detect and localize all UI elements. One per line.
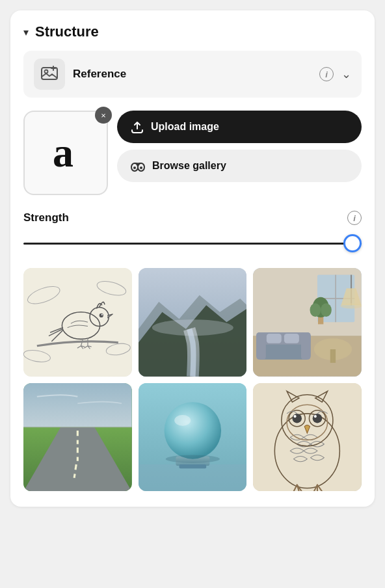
svg-rect-32 <box>284 334 299 343</box>
svg-rect-30 <box>301 332 311 360</box>
svg-point-25 <box>310 303 321 317</box>
gallery-item-sphere[interactable] <box>139 383 247 492</box>
image-preview: a × <box>23 111 108 195</box>
upload-image-button[interactable]: Upload image <box>117 111 362 143</box>
gallery-button-label: Browse gallery <box>152 160 226 172</box>
gallery-grid <box>23 268 362 491</box>
owl-illustration <box>253 383 362 492</box>
reference-image-icon <box>40 65 59 83</box>
svg-point-57 <box>294 415 297 418</box>
svg-point-5 <box>140 167 142 169</box>
browse-gallery-button[interactable]: Browse gallery <box>117 150 362 182</box>
svg-point-48 <box>165 455 219 463</box>
svg-rect-35 <box>333 349 336 363</box>
svg-point-55 <box>293 414 302 423</box>
svg-point-46 <box>164 402 221 459</box>
section-header: ▾ Structure <box>23 23 362 40</box>
preview-letter: a <box>53 132 73 174</box>
strength-info-icon[interactable]: i <box>347 211 362 225</box>
svg-point-26 <box>321 303 332 317</box>
svg-point-1 <box>45 70 48 74</box>
svg-point-37 <box>341 303 362 308</box>
reference-info-icon[interactable]: i <box>319 67 334 81</box>
bird-illustration <box>23 268 132 377</box>
strength-header: Strength i <box>23 211 362 225</box>
svg-rect-6 <box>23 268 132 377</box>
upload-buttons: Upload image Browse gallery <box>117 111 362 182</box>
gallery-item-road[interactable] <box>23 383 132 492</box>
svg-point-4 <box>133 167 136 169</box>
remove-image-button[interactable]: × <box>95 107 112 124</box>
reference-right: i ⌄ <box>319 67 351 81</box>
gallery-item-bird[interactable] <box>23 268 132 377</box>
strength-slider-container[interactable] <box>23 234 362 252</box>
upload-button-label: Upload image <box>151 121 219 133</box>
gallery-item-owl[interactable] <box>253 383 362 492</box>
road-illustration <box>23 383 132 492</box>
svg-point-16 <box>152 319 233 336</box>
svg-rect-29 <box>257 332 267 360</box>
svg-rect-49 <box>253 383 362 492</box>
svg-rect-45 <box>179 464 206 468</box>
reference-icon-box <box>34 59 65 90</box>
gallery-item-room[interactable] <box>253 268 362 377</box>
upload-icon <box>130 120 144 134</box>
mountain-illustration <box>139 268 247 377</box>
svg-rect-34 <box>330 349 333 363</box>
reference-row: Reference i ⌄ <box>23 51 362 98</box>
reference-label: Reference <box>73 68 126 81</box>
collapse-icon[interactable]: ▾ <box>23 26 29 38</box>
room-illustration <box>253 268 362 377</box>
svg-rect-0 <box>42 68 57 79</box>
svg-rect-38 <box>23 383 132 427</box>
svg-point-58 <box>314 415 317 418</box>
sphere-illustration <box>139 383 247 492</box>
svg-point-13 <box>100 314 103 317</box>
structure-panel: ▾ Structure Reference i ⌄ a × <box>10 10 375 507</box>
svg-point-47 <box>174 415 191 426</box>
strength-label: Strength <box>23 211 69 224</box>
binoculars-icon <box>130 159 146 173</box>
gallery-item-mountains[interactable] <box>139 268 247 377</box>
section-title: Structure <box>35 23 99 40</box>
svg-point-14 <box>101 314 103 315</box>
remove-icon: × <box>101 111 106 120</box>
strength-section: Strength i <box>23 211 362 252</box>
svg-rect-31 <box>267 334 282 343</box>
svg-point-56 <box>313 414 323 423</box>
slider-track <box>23 243 362 245</box>
slider-thumb[interactable] <box>343 234 362 252</box>
upload-area: a × Upload image <box>23 111 362 195</box>
reference-chevron-icon[interactable]: ⌄ <box>341 67 351 81</box>
reference-left: Reference <box>34 59 126 90</box>
